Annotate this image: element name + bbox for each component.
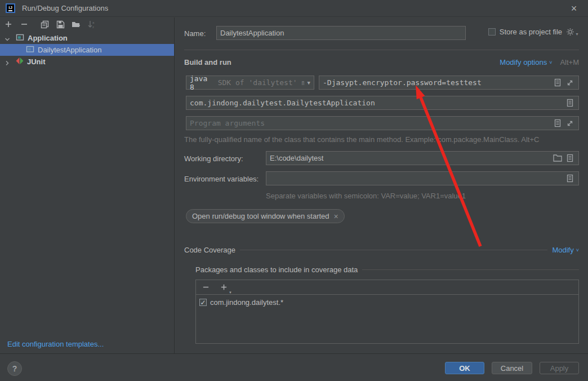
copy-configuration-icon[interactable] bbox=[39, 19, 50, 29]
dialog-footer: ? OK Cancel Apply bbox=[0, 353, 588, 381]
program-arguments-input[interactable] bbox=[190, 119, 550, 127]
build-and-run-header-row: Build and run Modify options ˅ Alt+M bbox=[184, 58, 579, 67]
application-icon bbox=[26, 45, 34, 55]
run-debug-configurations-dialog: IJ Run/Debug Configurations × az bbox=[0, 0, 588, 381]
main-class-field-wrap bbox=[186, 96, 579, 110]
name-label: Name: bbox=[184, 29, 206, 38]
store-as-project-file-checkbox[interactable] bbox=[488, 28, 496, 36]
store-as-project-file-row: Store as project file ▼ bbox=[488, 28, 579, 36]
configurations-tree: Application DailytestApplication JUnit bbox=[0, 32, 174, 68]
tree-group-label: JUnit bbox=[27, 57, 46, 66]
expand-field-icon[interactable] bbox=[565, 119, 575, 128]
chevron-down-icon[interactable]: ˅ bbox=[549, 60, 552, 65]
coverage-toolbar: ▼ bbox=[196, 280, 578, 295]
code-coverage-header-row: Code Coverage Modify ˅ bbox=[184, 246, 579, 254]
main-class-input[interactable] bbox=[190, 99, 563, 107]
configuration-editor: Name: Store as project file ▼ Build and … bbox=[175, 17, 588, 353]
name-field-wrap bbox=[216, 26, 466, 40]
configurations-sidebar: az Application DailytestApplication bbox=[0, 17, 175, 353]
vm-options-input[interactable] bbox=[323, 78, 550, 87]
tree-group-application[interactable]: Application bbox=[0, 32, 174, 44]
tag-label: Open run/debug tool window when started bbox=[192, 212, 329, 220]
cancel-button[interactable]: Cancel bbox=[492, 362, 532, 374]
coverage-pattern-row[interactable]: ✓ com.jindong.dailytest.* bbox=[196, 295, 578, 307]
remove-configuration-icon[interactable] bbox=[19, 19, 29, 29]
vm-options-field-wrap bbox=[319, 76, 579, 90]
tree-item-label: DailytestApplication bbox=[38, 46, 101, 54]
close-icon[interactable]: × bbox=[568, 2, 580, 15]
jdk-detail: SDK of 'dailytest' mo bbox=[218, 78, 304, 87]
coverage-subheader: Packages and classes to include in cover… bbox=[195, 265, 358, 274]
browse-folder-icon[interactable] bbox=[553, 154, 563, 163]
coverage-subheader-row: Packages and classes to include in cover… bbox=[195, 265, 579, 274]
editor-list-icon[interactable] bbox=[565, 99, 575, 108]
svg-text:z: z bbox=[92, 25, 94, 29]
environment-variables-input[interactable] bbox=[270, 174, 563, 183]
add-configuration-icon[interactable] bbox=[3, 19, 14, 29]
section-rule bbox=[362, 269, 579, 270]
section-divider bbox=[184, 50, 579, 50]
name-input[interactable] bbox=[220, 29, 462, 37]
sidebar-toolbar: az bbox=[0, 17, 174, 31]
store-as-project-file-label: Store as project file bbox=[500, 28, 562, 36]
editor-list-icon[interactable] bbox=[565, 154, 575, 163]
coverage-packages-panel: ▼ ✓ com.jindong.dailytest.* bbox=[195, 280, 579, 344]
tree-group-junit[interactable]: JUnit bbox=[0, 56, 174, 68]
tree-item-dailytestapplication[interactable]: DailytestApplication bbox=[0, 44, 174, 56]
pattern-label: com.jindong.dailytest.* bbox=[210, 298, 283, 307]
pattern-checkbox[interactable]: ✓ bbox=[199, 299, 207, 306]
title-bar: IJ Run/Debug Configurations × bbox=[0, 0, 588, 17]
add-pattern-icon[interactable]: ▼ bbox=[219, 282, 229, 293]
tree-group-label: Application bbox=[28, 34, 68, 42]
apply-button[interactable]: Apply bbox=[540, 362, 579, 374]
open-tool-window-tag[interactable]: Open run/debug tool window when started … bbox=[186, 209, 345, 223]
editor-list-icon[interactable] bbox=[565, 174, 575, 183]
section-rule bbox=[240, 250, 547, 250]
working-directory-field-wrap bbox=[266, 151, 579, 165]
jdk-name: java 8 bbox=[190, 74, 215, 91]
remove-pattern-icon[interactable] bbox=[201, 282, 211, 293]
dialog-title: Run/Debug Configurations bbox=[22, 4, 108, 12]
main-class-hint: The fully-qualified name of the class th… bbox=[184, 135, 539, 144]
environment-variables-label: Environment variables: bbox=[184, 175, 259, 183]
build-and-run-header: Build and run bbox=[184, 58, 231, 67]
editor-list-icon[interactable] bbox=[553, 119, 563, 128]
edit-configuration-templates-link[interactable]: Edit configuration templates... bbox=[7, 340, 104, 348]
program-arguments-field-wrap bbox=[186, 116, 579, 130]
chevron-right-icon[interactable] bbox=[5, 59, 10, 65]
sort-configurations-icon[interactable]: az bbox=[87, 19, 97, 29]
chevron-down-icon[interactable] bbox=[5, 36, 10, 41]
dropdown-arrow-icon: ▼ bbox=[308, 80, 310, 86]
help-button[interactable]: ? bbox=[7, 361, 22, 376]
junit-icon bbox=[16, 57, 24, 67]
modify-options-shortcut: Alt+M bbox=[560, 58, 579, 67]
application-icon bbox=[16, 33, 24, 43]
save-configuration-icon[interactable] bbox=[55, 19, 65, 29]
code-coverage-header: Code Coverage bbox=[184, 246, 235, 254]
modify-options-link[interactable]: Modify options bbox=[500, 58, 547, 67]
environment-variables-hint: Separate variables with semicolon: VAR=v… bbox=[266, 192, 466, 200]
working-directory-input[interactable] bbox=[270, 154, 550, 162]
working-directory-label: Working directory: bbox=[184, 154, 243, 163]
svg-text:a: a bbox=[92, 21, 95, 24]
coverage-modify-link[interactable]: Modify bbox=[552, 246, 573, 254]
gear-icon[interactable]: ▼ bbox=[566, 28, 579, 36]
expand-field-icon[interactable] bbox=[565, 78, 575, 87]
ok-button[interactable]: OK bbox=[445, 362, 484, 374]
intellij-logo-icon: IJ bbox=[6, 3, 15, 13]
tag-close-icon[interactable]: × bbox=[334, 212, 338, 221]
editor-list-icon[interactable] bbox=[553, 78, 563, 87]
move-to-folder-icon[interactable] bbox=[71, 19, 81, 29]
jdk-select[interactable]: java 8 SDK of 'dailytest' mo ▼ bbox=[186, 76, 314, 90]
chevron-down-icon[interactable]: ˅ bbox=[576, 247, 579, 253]
environment-variables-field-wrap bbox=[266, 171, 579, 185]
